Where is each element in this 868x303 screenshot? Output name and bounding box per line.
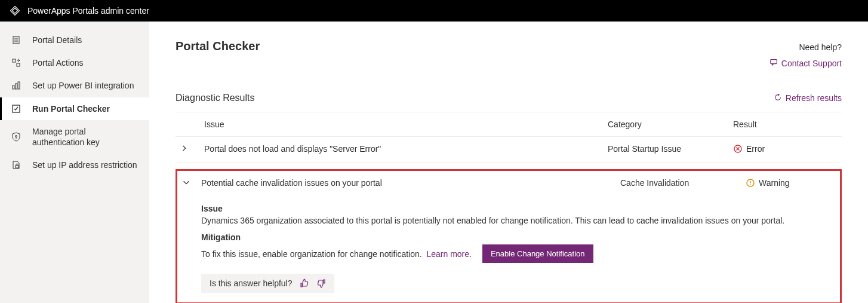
shield-icon	[11, 131, 21, 142]
table-row: Portal does not load and displays "Serve…	[176, 137, 842, 163]
column-category: Category	[603, 112, 728, 137]
sidebar-item-label: Run Portal Checker	[32, 103, 110, 114]
svg-rect-13	[771, 59, 777, 63]
svg-rect-8	[18, 82, 20, 89]
main-content: Portal Checker Need help? Contact Suppor…	[149, 22, 868, 303]
actions-icon	[11, 57, 21, 68]
contact-support-label: Contact Support	[781, 56, 842, 72]
enable-change-notification-button[interactable]: Enable Change Notification	[482, 244, 593, 263]
sidebar-item-ip-restriction[interactable]: Set up IP address restriction	[0, 154, 149, 176]
diagnostic-table: Issue Category Result Portal does not lo…	[176, 112, 842, 163]
sidebar-item-portal-actions[interactable]: Portal Actions	[0, 51, 149, 74]
issue-detail: Issue Dynamics 365 organization associat…	[177, 194, 840, 302]
need-help-link[interactable]: Need help?	[769, 39, 842, 56]
category-cell: Portal Startup Issue	[603, 137, 728, 163]
sidebar-item-auth-key[interactable]: Manage portal authentication key	[0, 120, 149, 154]
column-result: Result	[728, 112, 842, 137]
chat-icon	[769, 56, 778, 72]
sidebar-item-label: Portal Actions	[32, 57, 84, 68]
topbar: PowerApps Portals admin center	[0, 0, 868, 22]
issue-heading: Issue	[201, 204, 816, 213]
issue-description: Dynamics 365 organization associated to …	[201, 216, 816, 225]
svg-point-19	[750, 184, 750, 185]
page-title: Portal Checker	[176, 39, 260, 53]
result-label: Error	[746, 144, 765, 154]
section-title: Diagnostic Results	[176, 93, 255, 103]
learn-more-link[interactable]: Learn more	[426, 249, 469, 259]
sidebar-item-label: Set up Power BI integration	[32, 80, 134, 91]
feedback-bar: Is this answer helpful?	[201, 274, 334, 293]
checker-icon	[11, 103, 21, 114]
warning-icon	[746, 178, 755, 188]
chevron-down-icon[interactable]	[182, 178, 192, 188]
table-header-row: Issue Category Result	[176, 112, 842, 137]
lock-document-icon	[11, 160, 21, 170]
sidebar-item-powerbi[interactable]: Set up Power BI integration	[0, 74, 149, 97]
error-icon	[733, 144, 743, 154]
category-cell: Cache Invalidation	[620, 178, 746, 189]
svg-rect-4	[13, 59, 16, 62]
table-row: Potential cache invalidation issues on y…	[177, 171, 840, 194]
sidebar-item-portal-details[interactable]: Portal Details	[0, 29, 149, 51]
refresh-results-link[interactable]: Refresh results	[774, 93, 842, 103]
sidebar-item-label: Set up IP address restriction	[32, 160, 137, 170]
thumbs-down-icon[interactable]	[316, 278, 326, 288]
refresh-label: Refresh results	[786, 93, 842, 103]
svg-rect-6	[13, 85, 14, 89]
chart-icon	[11, 80, 21, 91]
svg-point-10	[16, 135, 17, 137]
sidebar: Portal Details Portal Actions Set up Pow…	[0, 22, 149, 303]
refresh-icon	[774, 93, 782, 103]
svg-rect-7	[16, 84, 17, 89]
svg-rect-5	[17, 63, 20, 66]
mitigation-text: To fix this issue, enable organization f…	[201, 249, 422, 259]
svg-rect-12	[16, 166, 19, 168]
feedback-prompt: Is this answer helpful?	[210, 278, 293, 288]
sidebar-item-label: Manage portal authentication key	[32, 126, 100, 148]
thumbs-up-icon[interactable]	[300, 278, 309, 288]
sidebar-item-portal-checker[interactable]: Run Portal Checker	[0, 97, 149, 120]
column-issue: Issue	[199, 112, 603, 137]
mitigation-heading: Mitigation	[201, 232, 816, 242]
powerapps-logo-icon	[10, 5, 20, 16]
issue-cell: Portal does not load and displays "Serve…	[199, 137, 603, 163]
sidebar-item-label: Portal Details	[32, 35, 82, 45]
expanded-row-highlight: Potential cache invalidation issues on y…	[176, 169, 842, 303]
topbar-title: PowerApps Portals admin center	[27, 6, 149, 16]
result-label: Warning	[759, 178, 790, 188]
contact-support-link[interactable]: Contact Support	[769, 56, 842, 72]
chevron-right-icon[interactable]	[180, 144, 190, 154]
issue-cell: Potential cache invalidation issues on y…	[201, 178, 620, 189]
document-icon	[11, 35, 21, 45]
